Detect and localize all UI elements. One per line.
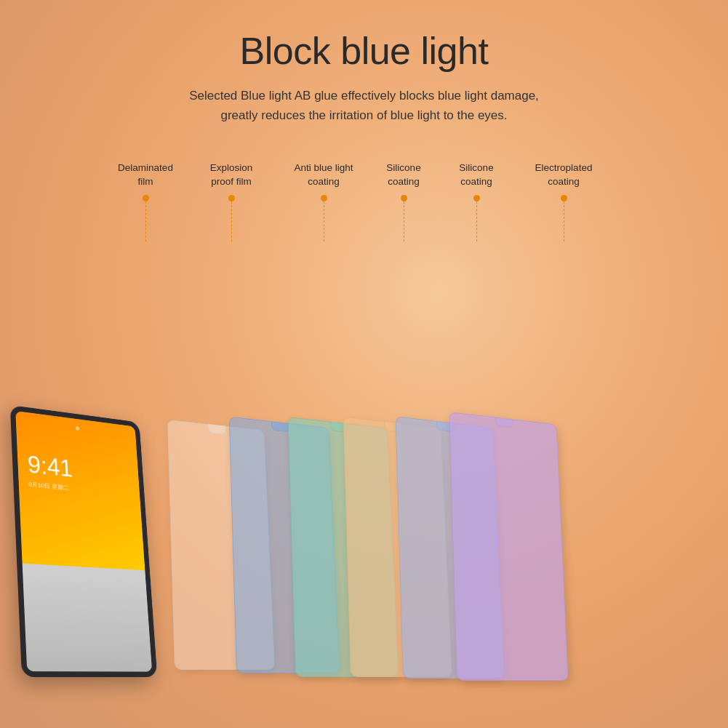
- page-container: Block blue light Selected Blue light AB …: [0, 0, 728, 728]
- diagram-area: Delaminated film Explosion proof film An…: [15, 161, 713, 713]
- label-electroplated: Electroplated coating: [524, 161, 604, 241]
- label-anti-blue: Anti blue light coating: [284, 161, 364, 241]
- label-silicone1-dot: [401, 195, 407, 201]
- page-subtitle: Selected Blue light AB glue effectively …: [189, 86, 539, 125]
- label-explosion-line: [231, 201, 232, 241]
- notch-explosion: [271, 421, 289, 432]
- label-delaminated-dot: [143, 195, 149, 201]
- label-electroplated-dot: [561, 195, 567, 201]
- label-silicone2: Silicone coating: [444, 161, 509, 241]
- label-anti-blue-text: Anti blue light coating: [294, 161, 353, 189]
- label-explosion-dot: [228, 195, 235, 201]
- page-title: Block blue light: [240, 29, 489, 73]
- label-electroplated-text: Electroplated coating: [535, 161, 593, 189]
- label-delaminated-text: Delaminated film: [118, 161, 173, 189]
- label-silicone1-text: Silicone coating: [386, 161, 420, 189]
- label-anti-blue-dot: [321, 195, 327, 201]
- label-delaminated-line: [145, 201, 146, 241]
- ipad-camera: [76, 426, 79, 431]
- label-delaminated: Delaminated film: [109, 161, 182, 241]
- notch-delaminated: [208, 424, 226, 435]
- label-anti-blue-line: [324, 201, 324, 241]
- label-silicone1: Silicone coating: [371, 161, 436, 241]
- glass-layer-electroplated: [449, 412, 568, 681]
- label-silicone2-dot: [473, 195, 480, 201]
- label-explosion-text: Explosion proof film: [210, 161, 253, 189]
- ipad-time: 9:41: [27, 451, 73, 483]
- label-explosion: Explosion proof film: [195, 161, 268, 241]
- ipad-screen: 9:41 9月10日 星期二: [15, 411, 152, 672]
- subtitle-line1: Selected Blue light AB glue effectively …: [189, 89, 539, 103]
- label-electroplated-line: [564, 201, 564, 241]
- notch-electroplated: [495, 417, 513, 428]
- labels-row: Delaminated film Explosion proof film An…: [15, 161, 713, 256]
- label-silicone1-line: [404, 201, 404, 241]
- ipad-device: 9:41 9月10日 星期二: [10, 405, 158, 677]
- label-silicone2-line: [476, 201, 477, 241]
- subtitle-line2: greatly reduces the irritation of blue l…: [220, 108, 507, 122]
- label-silicone2-text: Silicone coating: [459, 161, 493, 189]
